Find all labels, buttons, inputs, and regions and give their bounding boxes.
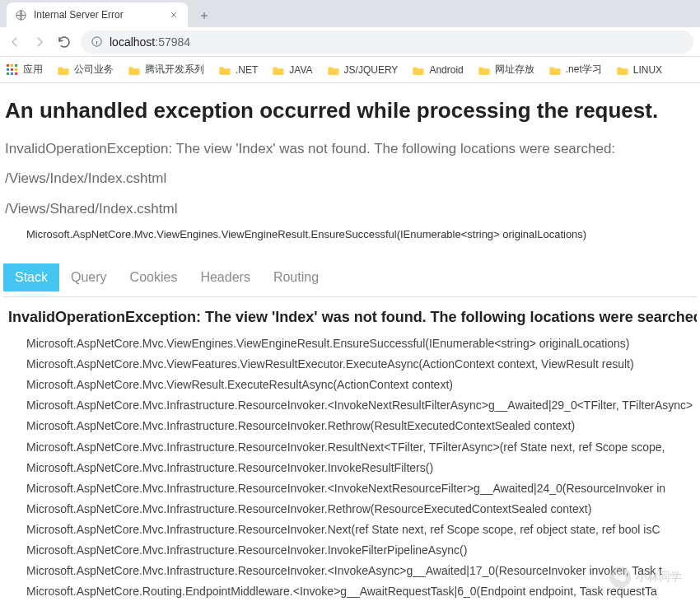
folder-icon — [549, 65, 562, 75]
stack-line: Microsoft.AspNetCore.Mvc.Infrastructure.… — [26, 438, 697, 457]
bookmark-item[interactable]: JAVA — [273, 64, 312, 76]
svg-point-3 — [619, 576, 626, 582]
error-heading: An unhandled exception occurred while pr… — [5, 98, 697, 124]
bookmark-label: JAVA — [289, 64, 312, 76]
browser-tab-bar: Internal Server Error — [0, 0, 700, 27]
tab-stack[interactable]: Stack — [3, 263, 59, 291]
bookmark-item[interactable]: JS/JQUERY — [328, 64, 399, 76]
url-input[interactable]: localhost:57984 — [81, 30, 693, 54]
bookmark-label: .NET — [236, 64, 258, 76]
bookmark-item[interactable]: 公司业务 — [58, 63, 114, 77]
url-text: localhost:57984 — [110, 35, 190, 49]
stack-line: Microsoft.AspNetCore.Mvc.ViewResult.Exec… — [26, 375, 697, 394]
page-content: An unhandled exception occurred while pr… — [0, 98, 700, 606]
watermark-text: 小林同学 — [636, 570, 682, 585]
bookmark-item[interactable]: 腾讯开发系列 — [128, 63, 204, 77]
stack-line: Microsoft.AspNetCore.Mvc.Infrastructure.… — [26, 520, 697, 539]
stack-line: Microsoft.AspNetCore.Routing.EndpointMid… — [26, 582, 697, 601]
info-icon[interactable] — [91, 35, 103, 48]
reload-button[interactable] — [56, 34, 72, 50]
tab-cookies[interactable]: Cookies — [119, 263, 189, 291]
stack-heading: InvalidOperationException: The view 'Ind… — [8, 309, 697, 326]
address-bar: localhost:57984 — [0, 27, 700, 57]
apps-icon — [7, 64, 18, 76]
bookmark-label: .net学习 — [566, 63, 602, 77]
new-tab-button[interactable] — [193, 4, 216, 27]
stack-line: Microsoft.AspNetCore.Mvc.Infrastructure.… — [26, 417, 697, 436]
bookmark-label: JS/JQUERY — [344, 64, 399, 76]
close-icon[interactable] — [168, 9, 180, 21]
bookmark-item[interactable]: 网址存放 — [478, 63, 534, 77]
error-message-line: /Views/Shared/Index.cshtml — [5, 198, 697, 220]
folder-icon — [413, 65, 425, 75]
url-port: :57984 — [155, 35, 190, 49]
folder-icon — [478, 65, 491, 75]
stack-line: Microsoft.AspNetCore.Mvc.Infrastructure.… — [26, 479, 697, 498]
bookmark-label: Android — [429, 64, 463, 76]
bookmark-item[interactable]: .NET — [219, 64, 258, 76]
stack-line: Microsoft.AspNetCore.Diagnostics.Develop… — [26, 603, 697, 606]
folder-icon — [273, 65, 285, 75]
error-message-line: InvalidOperationException: The view 'Ind… — [5, 138, 697, 160]
folder-icon — [219, 65, 231, 75]
bookmark-label: 网址存放 — [495, 63, 534, 77]
stack-line: Microsoft.AspNetCore.Mvc.ViewEngines.Vie… — [26, 334, 697, 353]
folder-icon — [617, 65, 629, 75]
stack-line: Microsoft.AspNetCore.Mvc.ViewFeatures.Vi… — [26, 355, 697, 374]
forward-button[interactable] — [31, 34, 48, 50]
apps-label: 应用 — [23, 63, 43, 77]
back-button[interactable] — [7, 34, 23, 50]
stack-line: Microsoft.AspNetCore.Mvc.Infrastructure.… — [26, 562, 697, 580]
error-tabs: Stack Query Cookies Headers Routing — [3, 263, 697, 291]
bookmark-item[interactable]: LINUX — [617, 64, 662, 76]
bookmarks-bar: 应用 公司业务 腾讯开发系列 .NET JAVA JS/JQUERY Andro… — [0, 57, 700, 83]
apps-button[interactable]: 应用 — [7, 63, 43, 77]
error-message-line: /Views/Index/Index.cshtml — [5, 168, 697, 189]
bookmark-label: LINUX — [633, 64, 662, 76]
tab-headers[interactable]: Headers — [189, 263, 261, 291]
tab-routing[interactable]: Routing — [262, 263, 330, 291]
browser-tab[interactable]: Internal Server Error — [7, 2, 188, 27]
stack-line: Microsoft.AspNetCore.Mvc.Infrastructure.… — [26, 396, 697, 415]
bookmark-item[interactable]: .net学习 — [549, 63, 602, 77]
stack-line: Microsoft.AspNetCore.Mvc.Infrastructure.… — [26, 500, 697, 519]
bookmark-item[interactable]: Android — [413, 64, 463, 76]
bookmark-label: 公司业务 — [74, 63, 114, 77]
watermark: 小林同学 — [609, 566, 682, 588]
folder-icon — [328, 65, 340, 75]
globe-icon — [15, 9, 27, 21]
top-trace-line: Microsoft.AspNetCore.Mvc.ViewEngines.Vie… — [26, 228, 697, 240]
url-host: localhost — [110, 35, 155, 49]
stack-line: Microsoft.AspNetCore.Mvc.Infrastructure.… — [26, 541, 697, 560]
tab-title: Internal Server Error — [34, 9, 161, 21]
stack-line: Microsoft.AspNetCore.Mvc.Infrastructure.… — [26, 459, 697, 478]
folder-icon — [128, 65, 141, 75]
bookmark-label: 腾讯开发系列 — [145, 63, 204, 77]
wechat-icon — [609, 566, 631, 588]
tab-query[interactable]: Query — [59, 263, 119, 291]
folder-icon — [58, 65, 70, 75]
divider — [3, 296, 697, 297]
